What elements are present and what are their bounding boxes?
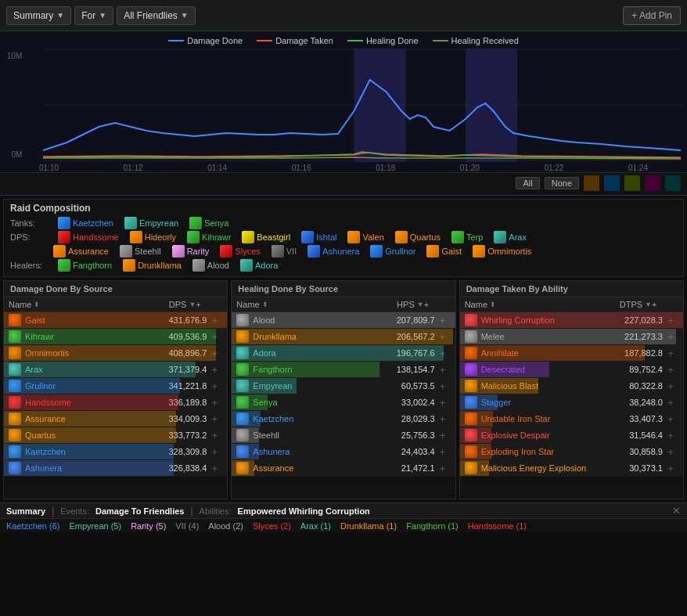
bottom-player[interactable]: Fangthorn (1)	[406, 521, 459, 531]
raid-player-kihrawr[interactable]: Kihrawr	[187, 231, 231, 243]
damage-taken-col-name[interactable]: Name ⬍	[465, 300, 589, 309]
bottom-close-button[interactable]: ✕	[672, 505, 681, 517]
table-row[interactable]: Annihilate187,882.8+	[460, 345, 683, 362]
table-row[interactable]: Malicious Blast80,322.8+	[460, 378, 683, 394]
row-bar-fill	[4, 378, 180, 394]
tab-separator-2: |	[190, 506, 192, 517]
raid-player-ishtal[interactable]: Ishtal	[301, 231, 336, 243]
raid-player-terp[interactable]: Terp	[451, 231, 483, 243]
table-row[interactable]: Stagger38,248.0+	[460, 394, 683, 411]
raid-player-slyces[interactable]: Slyces	[220, 245, 260, 258]
damage-taken-body[interactable]: Whirling Corruption227,028.3+Melee221,27…	[460, 312, 683, 499]
table-row[interactable]: Ashunera326,838.4+	[4, 460, 227, 477]
bottom-tab-summary[interactable]: Summary	[6, 506, 45, 516]
legend-damage-taken: Damage Taken	[257, 36, 333, 45]
table-row[interactable]: Handssome336,189.8+	[4, 394, 227, 411]
table-row[interactable]: Omnimortis408,896.7+	[4, 345, 227, 362]
table-row[interactable]: Alood207,809.7+	[232, 312, 455, 329]
table-row[interactable]: Ashunera24,403.4+	[232, 444, 455, 460]
filter-all-button[interactable]: All	[516, 177, 539, 189]
x-label-5: 01:20	[460, 164, 480, 172]
legend-damage-taken-line	[257, 40, 272, 41]
bottom-player[interactable]: Empyrean (5)	[69, 521, 121, 531]
healing-done-body[interactable]: Alood207,809.7+Drunkllama206,567.2+Adora…	[232, 312, 455, 499]
table-row[interactable]: Malicious Energy Explosion30,373.1+	[460, 460, 683, 477]
bottom-player[interactable]: VII (4)	[175, 521, 199, 531]
raid-player-empyrean[interactable]: Empyrean	[124, 217, 178, 229]
bottom-player[interactable]: Kaetzchen (6)	[6, 521, 59, 531]
summary-dropdown[interactable]: Summary ▼	[6, 6, 71, 25]
bottom-player[interactable]: Slyces (2)	[253, 521, 291, 531]
table-row[interactable]: Kaetzchen28,029.3+	[232, 411, 455, 427]
table-row[interactable]: Assurance21,472.1+	[232, 460, 455, 477]
for-dropdown[interactable]: For ▼	[74, 6, 113, 25]
table-row[interactable]: Grullnor341,221.8+	[4, 378, 227, 394]
vii-name: VII	[286, 247, 297, 256]
filter-icon-2[interactable]	[604, 175, 620, 191]
raid-player-hideorly[interactable]: Hideorly	[130, 231, 176, 243]
filter-icon-1[interactable]	[584, 175, 599, 191]
table-row[interactable]: Empyrean60,573.5+	[232, 378, 455, 394]
filter-icon-5[interactable]	[665, 175, 681, 191]
damage-done-col-name[interactable]: Name ⬍	[9, 300, 133, 309]
damage-taken-col-dtps[interactable]: DTPS ▼	[589, 300, 652, 309]
table-row[interactable]: Quartus333,773.2+	[4, 427, 227, 444]
bottom-tab-events-label: Events:	[60, 506, 89, 516]
add-pin-button[interactable]: + Add Pin	[623, 6, 681, 25]
damage-done-col-dps[interactable]: DPS ▼	[133, 300, 196, 309]
raid-player-fangthorn[interactable]: Fangthorn	[58, 259, 112, 272]
raid-player-alood[interactable]: Alood	[192, 259, 229, 272]
table-row[interactable]: Desecrated89,752.4+	[460, 362, 683, 378]
steehll-icon	[120, 245, 132, 258]
table-row[interactable]: Kihrawr409,536.9+	[4, 329, 227, 345]
table-row[interactable]: Steehll25,756.3+	[232, 427, 455, 444]
raid-player-valen[interactable]: Valen	[347, 231, 383, 243]
damage-done-body[interactable]: Gaist431,676.9+Kihrawr409,536.9+Omnimort…	[4, 312, 227, 499]
friendlies-dropdown[interactable]: All Friendlies ▼	[117, 6, 196, 25]
table-row[interactable]: Assurance334,009.3+	[4, 411, 227, 427]
filter-icon-3[interactable]	[624, 175, 640, 191]
healing-done-col-name[interactable]: Name ⬍	[236, 300, 361, 309]
bottom-tab-events-val[interactable]: Damage To Friendlies	[95, 506, 185, 516]
empyrean-icon	[124, 217, 137, 229]
raid-player-senya[interactable]: Senya	[189, 217, 228, 229]
raid-player-adora[interactable]: Adora	[240, 259, 278, 272]
tables-section: Damage Done By Source Name ⬍ DPS ▼ + Gai…	[3, 280, 684, 499]
table-row[interactable]: Kaetzchen328,309.8+	[4, 444, 227, 460]
raid-player-assurance[interactable]: Assurance	[53, 245, 109, 258]
raid-player-vii[interactable]: VII	[272, 245, 297, 258]
table-row[interactable]: Adora196,767.6+	[232, 345, 455, 362]
bottom-player[interactable]: Alood (2)	[208, 521, 243, 531]
table-row[interactable]: Melee221,273.3+	[460, 329, 683, 345]
table-row[interactable]: Senya33,002.4+	[232, 394, 455, 411]
raid-player-beastgirl[interactable]: Beastgirl	[242, 231, 290, 243]
table-row[interactable]: Arax371,379.4+	[4, 362, 227, 378]
raid-player-ashunera[interactable]: Ashunera	[308, 245, 359, 258]
raid-player-omnimortis[interactable]: Omnimortis	[473, 245, 531, 258]
bottom-player[interactable]: Handssome (1)	[468, 521, 527, 531]
valen-icon	[347, 231, 360, 243]
table-row[interactable]: Unstable Iron Star33,407.3+	[460, 411, 683, 427]
bottom-player[interactable]: Arax (1)	[300, 521, 331, 531]
healing-done-col-hps[interactable]: HPS ▼	[361, 300, 424, 309]
raid-player-handssome[interactable]: Handssome	[58, 231, 119, 243]
raid-player-gaist[interactable]: Gaist	[426, 245, 462, 258]
bottom-tab-abilities-val[interactable]: Empowered Whirling Corruption	[238, 506, 370, 516]
table-row[interactable]: Gaist431,676.9+	[4, 312, 227, 329]
table-row[interactable]: Explosive Despair31,546.4+	[460, 427, 683, 444]
filter-none-button[interactable]: None	[545, 177, 579, 189]
bottom-player[interactable]: Drunkllama (1)	[340, 521, 397, 531]
raid-player-quartus[interactable]: Quartus	[395, 231, 441, 243]
raid-player-steehll[interactable]: Steehll	[120, 245, 161, 258]
filter-icon-4[interactable]	[645, 175, 660, 191]
bottom-player[interactable]: Rarity (5)	[131, 521, 166, 531]
raid-player-arax[interactable]: Arax	[494, 231, 527, 243]
table-row[interactable]: Fangthorn138,154.7+	[232, 362, 455, 378]
raid-player-rarity[interactable]: Rarity	[172, 245, 210, 258]
raid-player-grullnor[interactable]: Grullnor	[370, 245, 415, 258]
table-row[interactable]: Drunkllama206,567.2+	[232, 329, 455, 345]
raid-player-drunkllama[interactable]: Drunkllama	[123, 259, 182, 272]
table-row[interactable]: Exploding Iron Star30,858.9+	[460, 444, 683, 460]
raid-player-kaetzchen[interactable]: Kaetzchen	[58, 217, 113, 229]
table-row[interactable]: Whirling Corruption227,028.3+	[460, 312, 683, 329]
